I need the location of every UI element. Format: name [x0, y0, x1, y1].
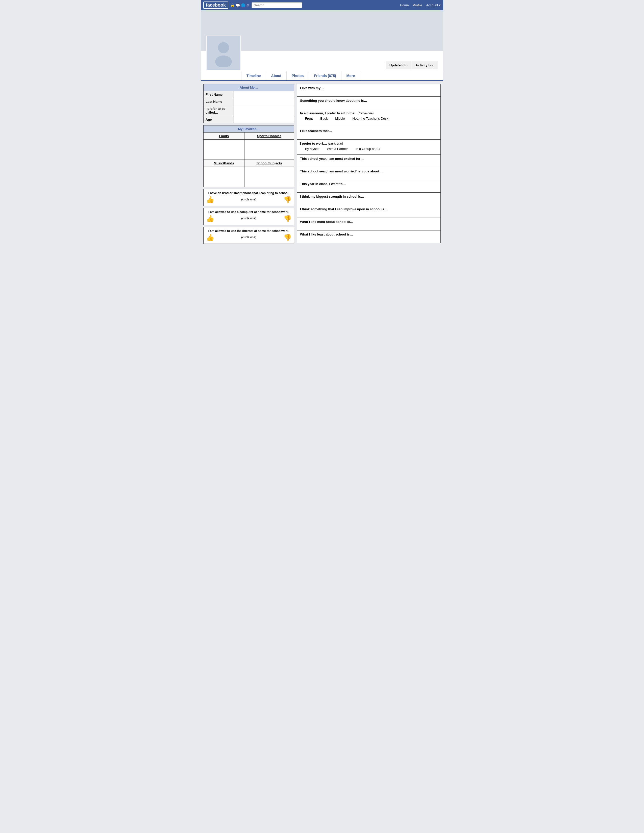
- music-content[interactable]: [204, 167, 245, 187]
- right-section-1: Something you should know about me is…: [297, 96, 441, 109]
- thumbs-internet-box: I am allowed to use the internet at home…: [203, 227, 294, 244]
- foods-header: Foods: [204, 132, 245, 140]
- school-subjects-header: School Subjects: [245, 160, 294, 167]
- profile-action-btns: Update Info Activity Log: [386, 61, 438, 71]
- lastname-value[interactable]: [234, 98, 294, 105]
- right-section-10: What I like most about school is…: [297, 217, 441, 230]
- navbar: facebook 🔒 💬 🌐 ⚙ Home Profile Account ▾: [201, 0, 443, 10]
- activity-log-button[interactable]: Activity Log: [412, 61, 438, 69]
- music-header: Music/Bands: [204, 160, 245, 167]
- firstname-value[interactable]: [234, 91, 294, 98]
- option-near-desk[interactable]: Near the Teacher's Desk: [353, 117, 388, 121]
- thumbs-internet-text: I am allowed to use the internet at home…: [208, 229, 290, 233]
- update-info-button[interactable]: Update Info: [386, 61, 411, 69]
- lastname-label: Last Name: [204, 98, 234, 105]
- nav-account[interactable]: Account ▾: [426, 3, 441, 7]
- icon2: 💬: [236, 3, 240, 7]
- thumbs-internet-circle: (circle one): [241, 235, 256, 239]
- avatar: [206, 35, 241, 71]
- svg-point-1: [215, 56, 232, 67]
- thumbs-down-icon-1[interactable]: 👍: [283, 196, 291, 204]
- main-content: About Me… First Name Last Name I prefer …: [201, 81, 443, 246]
- about-me-header: About Me…: [204, 84, 294, 91]
- icon4: ⚙: [246, 3, 250, 7]
- prompt-11: What I like least about school is…: [300, 233, 353, 236]
- foods-content[interactable]: [204, 140, 245, 160]
- cover-area: Update Info Activity Log Timeline About …: [201, 10, 443, 81]
- prompt-6: This school year, I am most worried/nerv…: [300, 169, 383, 173]
- right-section-7: This year in class, I want to…: [297, 180, 441, 192]
- option-back[interactable]: Back: [320, 117, 328, 121]
- option-group[interactable]: In a Group of 3-4: [355, 147, 380, 151]
- nav-profile[interactable]: Profile: [413, 3, 422, 7]
- option-partner[interactable]: With a Partner: [327, 147, 348, 151]
- prompt-7: This year in class, I want to…: [300, 182, 346, 186]
- option-middle[interactable]: Middle: [335, 117, 345, 121]
- circle-label-2: (circle one): [359, 112, 374, 115]
- tab-timeline[interactable]: Timeline: [241, 71, 266, 80]
- option-front[interactable]: Front: [305, 117, 313, 121]
- thumbs-ipod-row: 👍 (circle one) 👍: [206, 196, 291, 204]
- prompt-0: I live with my…: [300, 86, 324, 90]
- left-column: About Me… First Name Last Name I prefer …: [203, 84, 294, 244]
- thumbs-computer-row: 👍 (circle one) 👍: [206, 215, 291, 223]
- circle-label-4: (circle one): [328, 142, 343, 145]
- thumbs-computer-box: I am allowed to use a computer at home f…: [203, 208, 294, 225]
- thumbs-ipod-text: I have an iPod or smart phone that I can…: [208, 191, 290, 195]
- prompt-8: I think my biggest strength in school is…: [300, 195, 364, 198]
- prompt-10: What I like most about school is…: [300, 220, 353, 224]
- thumbs-up-icon-2[interactable]: 👍: [206, 215, 214, 223]
- thumbs-internet-row: 👍 (circle one) 👍: [206, 234, 291, 241]
- tab-about[interactable]: About: [266, 71, 287, 80]
- school-subjects-content[interactable]: [245, 167, 294, 187]
- thumbs-down-icon-2[interactable]: 👍: [283, 215, 291, 223]
- nickname-label: I prefer to be called…: [204, 105, 234, 116]
- right-section-9: I think something that I can improve upo…: [297, 205, 441, 217]
- search-input[interactable]: [251, 2, 302, 8]
- thumbs-down-icon-3[interactable]: 👍: [283, 234, 291, 241]
- prompt-2: In a classroom, I prefer to sit in the…: [300, 111, 357, 115]
- thumbs-ipod-circle: (circle one): [241, 198, 256, 201]
- thumbs-computer-circle: (circle one): [241, 217, 256, 220]
- icon1: 🔒: [230, 3, 235, 7]
- nav-right: Home Profile Account ▾: [400, 3, 441, 7]
- prompt-4: I prefer to work…: [300, 142, 327, 145]
- right-section-3: I like teachers that…: [297, 127, 441, 139]
- facebook-logo: facebook: [203, 2, 228, 9]
- thumbs-up-icon-1[interactable]: 👍: [206, 196, 214, 204]
- thumbs-up-icon-3[interactable]: 👍: [206, 234, 214, 241]
- right-section-0: I live with my…: [297, 84, 441, 96]
- svg-point-0: [218, 42, 229, 53]
- icon3: 🌐: [241, 3, 245, 7]
- right-column: I live with my… Something you should kno…: [297, 84, 441, 244]
- sports-header: Sports/Hobbies: [245, 132, 294, 140]
- tab-more[interactable]: More: [341, 71, 360, 80]
- right-section-2: In a classroom, I prefer to sit in the… …: [297, 109, 441, 127]
- thumbs-computer-text: I am allowed to use a computer at home f…: [208, 210, 289, 214]
- right-section-5: This school year, I am most excited for…: [297, 154, 441, 167]
- circle-options-4: By Myself With a Partner In a Group of 3…: [300, 145, 438, 152]
- profile-row: Update Info Activity Log: [201, 51, 443, 71]
- prompt-9: I think something that I can improve upo…: [300, 207, 387, 211]
- right-section-8: I think my biggest strength in school is…: [297, 192, 441, 205]
- prompt-5: This school year, I am most excited for…: [300, 157, 364, 161]
- avatar-silhouette: [209, 39, 237, 67]
- nav-home[interactable]: Home: [400, 3, 409, 7]
- sports-content[interactable]: [245, 140, 294, 160]
- tab-friends[interactable]: Friends (875): [309, 71, 341, 80]
- tab-nav: Timeline About Photos Friends (875) More: [201, 71, 443, 81]
- nickname-value[interactable]: [234, 105, 294, 116]
- right-section-6: This school year, I am most worried/nerv…: [297, 167, 441, 180]
- favorites-table: My Favorite… Foods Sports/Hobbies Music/…: [203, 125, 294, 187]
- favorites-header: My Favorite…: [204, 125, 294, 132]
- right-section-4: I prefer to work… (circle one) By Myself…: [297, 139, 441, 154]
- firstname-label: First Name: [204, 91, 234, 98]
- prompt-1: Something you should know about me is…: [300, 99, 367, 103]
- nav-icons: 🔒 💬 🌐 ⚙: [230, 3, 250, 7]
- option-myself[interactable]: By Myself: [305, 147, 319, 151]
- about-me-table: About Me… First Name Last Name I prefer …: [203, 84, 294, 123]
- thumbs-ipod-box: I have an iPod or smart phone that I can…: [203, 189, 294, 206]
- tab-photos[interactable]: Photos: [287, 71, 309, 80]
- age-value[interactable]: [234, 116, 294, 123]
- circle-options-2: Front Back Middle Near the Teacher's Des…: [300, 115, 438, 122]
